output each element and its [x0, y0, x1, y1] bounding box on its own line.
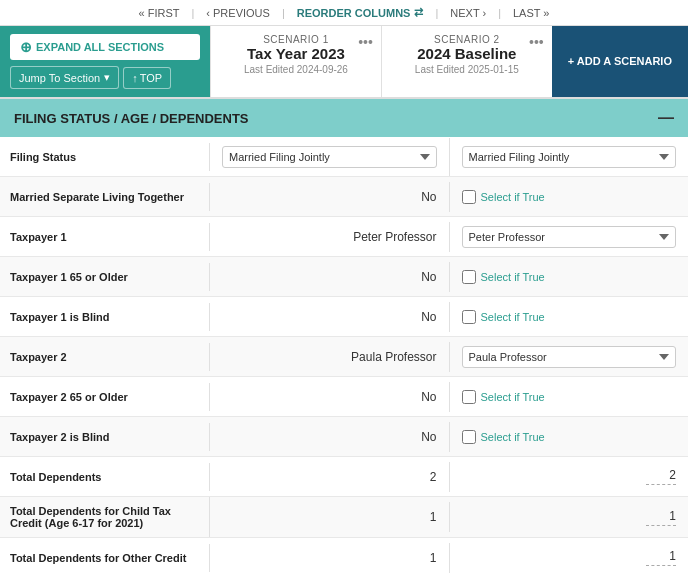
filing-status-select-s2[interactable]: Married Filing JointlySingleMarried Fili… [462, 146, 677, 168]
row-label: Taxpayer 2 [0, 343, 210, 371]
select-true-label[interactable]: Select if True [481, 271, 545, 283]
scenario1-edited: Last Edited 2024-09-26 [223, 64, 369, 75]
table-row: Taxpayer 2 65 or OlderNoSelect if True [0, 377, 688, 417]
plus-icon: ⊕ [20, 39, 32, 55]
select-true-checkbox[interactable] [462, 310, 476, 324]
scenario2-year: 2024 Baseline [394, 45, 540, 62]
expand-all-btn[interactable]: ⊕ EXPAND ALL SECTIONS [10, 34, 200, 60]
select-true-label[interactable]: Select if True [481, 431, 545, 443]
section-title: FILING STATUS / AGE / DEPENDENTS [14, 111, 249, 126]
table-row: Total Dependents for Other Credit11 [0, 538, 688, 575]
scenario2-header: ••• SCENARIO 2 2024 Baseline Last Edited… [381, 26, 552, 97]
select-true-checkbox[interactable] [462, 270, 476, 284]
select-true-checkbox[interactable] [462, 430, 476, 444]
table-row: Taxpayer 1 65 or OlderNoSelect if True [0, 257, 688, 297]
row-label: Total Dependents for Child Tax Credit (A… [0, 497, 210, 537]
select-true-container: Select if True [462, 270, 677, 284]
select-true-checkbox[interactable] [462, 190, 476, 204]
scenario2-cell: Select if True [450, 422, 689, 452]
scenario1-cell: No [210, 262, 450, 292]
collapse-section-btn[interactable]: — [658, 109, 674, 127]
scenario2-menu-icon[interactable]: ••• [529, 34, 544, 50]
select-true-label[interactable]: Select if True [481, 191, 545, 203]
table-row: Taxpayer 2Paula ProfessorPaula Professor [0, 337, 688, 377]
row-label: Taxpayer 2 is Blind [0, 423, 210, 451]
scenario1-header: ••• SCENARIO 1 Tax Year 2023 Last Edited… [210, 26, 381, 97]
dashed-value: 1 [646, 509, 676, 526]
scenario2-cell: Select if True [450, 182, 689, 212]
scenario1-cell: Peter Professor [210, 222, 450, 252]
jump-section-row: Jump To Section ▾ ↑ TOP [10, 66, 200, 89]
first-nav[interactable]: « FIRST [139, 7, 180, 19]
dashed-value: 1 [646, 549, 676, 566]
table-row: Taxpayer 1 is BlindNoSelect if True [0, 297, 688, 337]
row-label: Taxpayer 1 is Blind [0, 303, 210, 331]
top-navigation: « FIRST | ‹ PREVIOUS | REORDER COLUMNS ⇄… [0, 0, 688, 26]
select-true-container: Select if True [462, 310, 677, 324]
scenario1-cell: No [210, 382, 450, 412]
top-btn[interactable]: ↑ TOP [123, 67, 171, 89]
left-controls: ⊕ EXPAND ALL SECTIONS Jump To Section ▾ … [0, 26, 210, 97]
filing-status-select-s2[interactable]: Peter Professor [462, 226, 677, 248]
scenario2-cell: Married Filing JointlySingleMarried Fili… [450, 138, 689, 176]
prev-nav[interactable]: ‹ PREVIOUS [206, 7, 270, 19]
chevron-down-icon: ▾ [104, 71, 110, 84]
select-true-label[interactable]: Select if True [481, 311, 545, 323]
data-table: Filing StatusMarried Filing JointlySingl… [0, 137, 688, 575]
table-row: Total Dependents22 [0, 457, 688, 497]
table-row: Filing StatusMarried Filing JointlySingl… [0, 137, 688, 177]
row-label: Total Dependents [0, 463, 210, 491]
scenario2-cell: 2 [450, 460, 689, 493]
reorder-columns-btn[interactable]: REORDER COLUMNS ⇄ [297, 6, 424, 19]
select-true-container: Select if True [462, 390, 677, 404]
scenario1-cell: No [210, 302, 450, 332]
row-label: Taxpayer 1 [0, 223, 210, 251]
scenario2-cell: 1 [450, 501, 689, 534]
next-nav[interactable]: NEXT › [450, 7, 486, 19]
select-true-checkbox[interactable] [462, 390, 476, 404]
section-header: FILING STATUS / AGE / DEPENDENTS — [0, 99, 688, 137]
select-true-label[interactable]: Select if True [481, 391, 545, 403]
scenario1-cell: 2 [210, 462, 450, 492]
table-row: Married Separate Living TogetherNoSelect… [0, 177, 688, 217]
scenario2-cell: Peter Professor [450, 218, 689, 256]
last-nav[interactable]: LAST » [513, 7, 550, 19]
scenario2-label: SCENARIO 2 [394, 34, 540, 45]
dashed-value: 2 [646, 468, 676, 485]
scenario1-cell: No [210, 422, 450, 452]
scenario2-cell: Paula Professor [450, 338, 689, 376]
scenario1-cell: No [210, 182, 450, 212]
table-row: Total Dependents for Child Tax Credit (A… [0, 497, 688, 538]
select-true-container: Select if True [462, 190, 677, 204]
row-label: Taxpayer 1 65 or Older [0, 263, 210, 291]
scenario1-cell: Married Filing JointlySingleMarried Fili… [210, 138, 450, 176]
scenario1-cell: Paula Professor [210, 342, 450, 372]
scenario2-cell: Select if True [450, 302, 689, 332]
arrow-up-icon: ↑ [132, 72, 138, 84]
scenario1-year: Tax Year 2023 [223, 45, 369, 62]
jump-section-btn[interactable]: Jump To Section ▾ [10, 66, 119, 89]
row-label: Total Dependents for Other Credit [0, 544, 210, 572]
reorder-icon: ⇄ [414, 6, 423, 19]
table-row: Taxpayer 1Peter ProfessorPeter Professor [0, 217, 688, 257]
row-label: Married Separate Living Together [0, 183, 210, 211]
filing-status-select-s1[interactable]: Married Filing JointlySingleMarried Fili… [222, 146, 437, 168]
scenario2-cell: 1 [450, 541, 689, 574]
row-label: Taxpayer 2 65 or Older [0, 383, 210, 411]
scenario2-edited: Last Edited 2025-01-15 [394, 64, 540, 75]
scenario1-cell: 1 [210, 502, 450, 532]
scenario-header: ⊕ EXPAND ALL SECTIONS Jump To Section ▾ … [0, 26, 688, 99]
add-scenario-btn[interactable]: + ADD A SCENARIO [552, 26, 688, 97]
scenario2-cell: Select if True [450, 262, 689, 292]
scenario2-cell: Select if True [450, 382, 689, 412]
row-label: Filing Status [0, 143, 210, 171]
select-true-container: Select if True [462, 430, 677, 444]
filing-status-select-s2[interactable]: Paula Professor [462, 346, 677, 368]
scenario1-label: SCENARIO 1 [223, 34, 369, 45]
scenario1-menu-icon[interactable]: ••• [358, 34, 373, 50]
scenario1-cell: 1 [210, 543, 450, 573]
table-row: Taxpayer 2 is BlindNoSelect if True [0, 417, 688, 457]
